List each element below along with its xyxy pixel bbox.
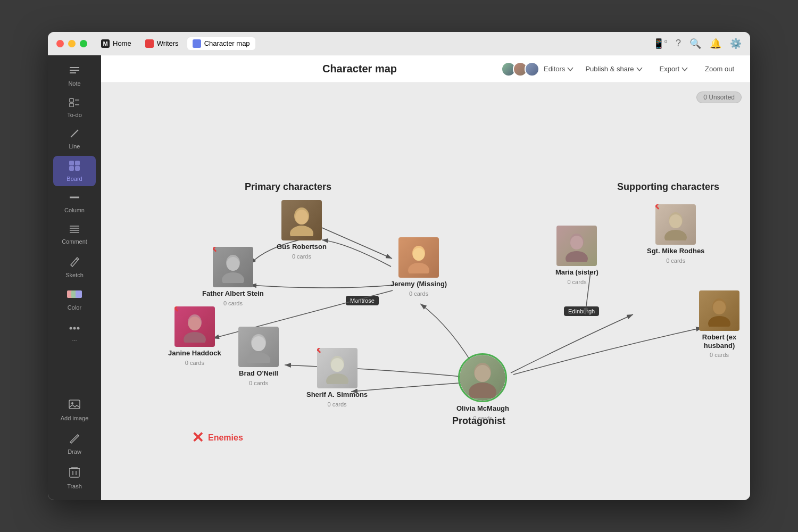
titlebar: M Home Writers Character map 📱0 ? 🔍 🔔 ⚙️ [48,32,750,55]
svg-point-48 [252,336,265,351]
sidebar-item-sketch[interactable]: Sketch [53,251,96,282]
tab-charmap-label: Character map [204,39,250,47]
sidebar-item-trash[interactable]: Trash [53,461,96,494]
gus-placeholder [281,200,322,240]
svg-point-21 [70,327,72,330]
tab-charmap[interactable]: Character map [187,37,255,50]
sidebar-item-comment[interactable]: Comment [53,220,96,249]
sidebar-item-more[interactable]: ... [53,317,96,346]
maria-placeholder [556,226,597,266]
sidebar-item-note[interactable]: Note [53,62,96,91]
robert-photo [699,290,739,331]
robert-cards: 0 cards [710,352,729,358]
export-button[interactable]: Export [654,62,694,76]
sidebar-addimage-label: Add image [61,415,89,421]
father-photo: ✕ [213,247,253,287]
svg-point-38 [408,263,429,273]
board-icon [69,160,80,173]
janine-photo: ✕ [174,306,215,347]
svg-point-45 [188,317,201,330]
character-janine[interactable]: ✕ Janine Haddock 0 cards [168,306,221,366]
close-button[interactable] [56,40,64,47]
character-mike[interactable]: ✕ Sgt. Mike Rodhes 0 cards [647,204,704,264]
tab-bar: M Home Writers Character map [96,37,653,50]
svg-line-7 [71,130,78,137]
character-sherif[interactable]: ✕ Sherif A. Simmons 0 cards [306,348,368,408]
editors-group[interactable]: Editors [501,62,573,77]
enemies-label: Enemies [208,433,243,443]
gus-cards: 0 cards [292,253,311,260]
character-brad[interactable]: Brad O'Neill 0 cards [238,327,279,386]
sidebar-item-line[interactable]: Line [53,124,96,154]
svg-point-39 [413,248,425,261]
help-icon[interactable]: ? [676,38,681,49]
father-x-mark: ✕ [213,247,218,255]
sidebar-item-todo[interactable]: To-do [53,93,96,122]
traffic-lights [56,40,87,47]
sidebar-item-color[interactable]: Color [53,285,96,315]
svg-point-57 [570,236,583,250]
character-maria[interactable]: Maria (sister) 0 cards [555,226,598,285]
gus-name: Gus Robertson [277,243,327,251]
canvas[interactable]: 0 Unsorted Primary characters Supporting… [101,83,750,500]
brad-name: Brad O'Neill [239,369,278,378]
settings-icon[interactable]: ⚙️ [730,38,742,49]
home-icon: M [101,39,110,48]
svg-point-56 [566,251,588,262]
svg-point-59 [664,230,687,240]
father-name: Father Albert Stein [202,289,264,298]
jeremy-placeholder [398,237,439,278]
publish-share-button[interactable]: Publish & share [580,62,647,76]
maria-photo [556,226,597,266]
main-content: Character map Editors Publish & share [101,55,750,500]
supporting-characters-label: Supporting characters [617,181,719,193]
sidebar-item-column[interactable]: Column [53,188,96,218]
brad-cards: 0 cards [249,380,268,386]
sidebar-item-add-image[interactable]: Add image [53,394,96,426]
character-jeremy[interactable]: Jeremy (Missing) 0 cards [390,237,447,297]
jeremy-name: Jeremy (Missing) [390,280,447,288]
charmap-icon [193,39,201,48]
svg-point-23 [77,327,80,330]
svg-point-35 [290,226,313,236]
tab-writers[interactable]: Writers [140,37,184,50]
father-placeholder [213,247,253,287]
notifications-icon[interactable]: 🔔 [710,38,721,49]
svg-rect-10 [69,166,74,171]
mike-placeholder [655,204,696,245]
editor-avatars [501,62,539,77]
tab-home[interactable]: M Home [96,37,137,50]
sidebar-item-board[interactable]: Board [53,156,96,186]
page-title: Character map [322,63,397,75]
edinburgh-badge: Edinburgh [564,306,599,316]
mike-x-mark: ✕ [655,204,660,213]
sidebar-sketch-label: Sketch [65,272,84,278]
character-gus[interactable]: Gus Robertson 0 cards [277,200,327,260]
olivia-cards: 0 cards [473,415,492,421]
svg-point-54 [475,365,491,382]
janine-x-mark: ✕ [174,306,179,315]
editors-chevron-icon [567,67,573,71]
sidebar-todo-label: To-do [67,112,82,118]
column-icon [69,193,80,205]
note-icon [69,66,80,78]
editor-avatar-3 [525,62,539,77]
search-icon[interactable]: 🔍 [689,38,701,49]
trash-icon [69,466,80,481]
sidebar-line-label: Line [69,143,80,149]
svg-rect-26 [70,469,79,477]
svg-line-17 [76,259,78,260]
character-olivia[interactable]: Olivia McMaugh 0 cards [456,353,509,421]
svg-rect-20 [76,290,82,298]
jeremy-photo [398,237,439,278]
sidebar-comment-label: Comment [62,238,87,245]
minimize-button[interactable] [68,40,76,47]
zoom-out-button[interactable]: Zoom out [700,62,739,76]
sidebar-item-draw[interactable]: Draw [53,428,96,459]
character-father[interactable]: ✕ Father Albert Stein 0 cards [202,247,264,306]
maria-cards: 0 cards [567,279,586,285]
tab-home-label: Home [113,39,131,47]
maximize-button[interactable] [80,40,87,47]
character-robert[interactable]: Robert (ex husband) 0 cards [688,290,750,358]
device-icon[interactable]: 📱0 [653,38,667,49]
